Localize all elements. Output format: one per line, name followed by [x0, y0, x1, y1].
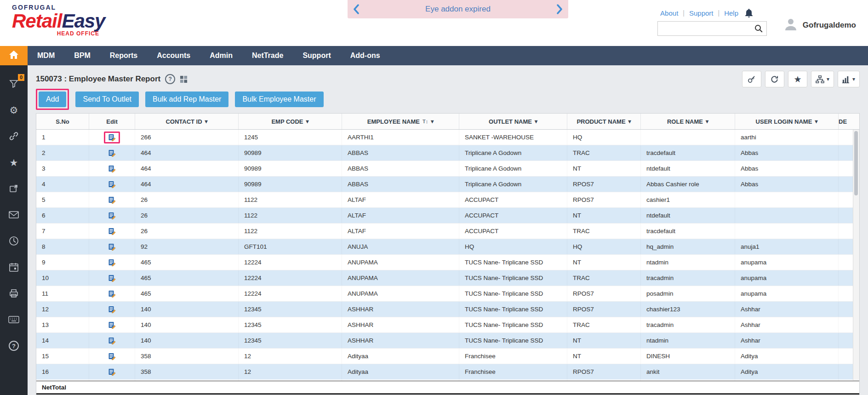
- home-icon: [9, 50, 19, 61]
- gear-icon[interactable]: ⚙: [8, 104, 19, 115]
- edit-cell: [89, 317, 135, 332]
- link-icon[interactable]: [8, 131, 19, 142]
- edit-row-icon[interactable]: [108, 181, 116, 188]
- edit-row-icon[interactable]: [108, 259, 116, 266]
- send-to-outlet-button[interactable]: Send To Outlet: [75, 92, 139, 107]
- bulk-employee-master-button[interactable]: Bulk Employee Master: [235, 92, 323, 107]
- edit-row-icon[interactable]: [108, 290, 116, 298]
- vertical-scrollbar[interactable]: [853, 130, 859, 380]
- cell: anupama: [735, 255, 839, 270]
- nav-item-accounts[interactable]: Accounts: [147, 46, 200, 65]
- cell: ntadmin: [641, 255, 735, 270]
- chart-dropdown-button[interactable]: ▾: [838, 71, 860, 87]
- help-icon[interactable]: ?: [8, 340, 19, 351]
- edit-row-icon[interactable]: [108, 368, 116, 376]
- title-help-icon[interactable]: ?: [165, 74, 175, 84]
- nav-item-support[interactable]: Support: [293, 46, 340, 65]
- nav-item-admin[interactable]: Admin: [200, 46, 242, 65]
- cell: TUCS Nane- Triplicane SSD: [459, 255, 567, 270]
- keyboard-icon[interactable]: [8, 314, 19, 325]
- cell: 140: [135, 302, 239, 317]
- security-key-button[interactable]: [742, 71, 761, 87]
- printer-icon[interactable]: [8, 288, 19, 299]
- banner-prev-icon[interactable]: [353, 4, 360, 14]
- table-row: 446490989ABBASTriplicane A GodownRPOS7Ab…: [36, 177, 859, 192]
- cell: [735, 223, 839, 239]
- chevron-down-icon[interactable]: ▾: [535, 118, 537, 125]
- edit-row-icon[interactable]: [108, 165, 116, 172]
- chevron-down-icon[interactable]: ▾: [306, 118, 309, 125]
- search-input[interactable]: [658, 22, 754, 35]
- edit-row-icon[interactable]: [108, 212, 116, 219]
- chevron-down-icon[interactable]: ▾: [815, 118, 817, 125]
- mail-icon[interactable]: [8, 209, 19, 220]
- edit-row-icon[interactable]: [108, 243, 116, 251]
- column-header-employee-name[interactable]: EMPLOYEE NAMET↕▾: [342, 114, 459, 129]
- chevron-down-icon[interactable]: ▾: [706, 118, 708, 125]
- banner-next-icon[interactable]: [556, 4, 563, 14]
- page-title: 150073 : Employee Master Report: [36, 74, 160, 84]
- search-icon[interactable]: [754, 24, 766, 33]
- cell: Adityaa: [342, 349, 459, 364]
- star-icon[interactable]: ★: [8, 157, 19, 168]
- bulk-add-rep-master-button[interactable]: Bulk add Rep Master: [145, 92, 228, 107]
- user-menu[interactable]: Gofrugaldemo: [783, 17, 856, 34]
- edit-row-icon[interactable]: [108, 149, 116, 157]
- cell: tracdefault: [641, 145, 735, 160]
- chevron-down-icon[interactable]: ▾: [628, 118, 631, 125]
- filter-icon[interactable]: 0: [8, 78, 19, 89]
- cell: hq_admin: [641, 239, 735, 254]
- nav-item-reports[interactable]: Reports: [100, 46, 147, 65]
- column-header-user-login-name[interactable]: USER LOGIN NAME▾: [735, 114, 839, 129]
- header-link-help[interactable]: Help: [724, 9, 738, 17]
- edit-row-icon[interactable]: [108, 306, 116, 313]
- edit-cell: [89, 145, 135, 160]
- edit-row-icon[interactable]: [108, 228, 116, 235]
- favorite-button[interactable]: ★: [788, 71, 807, 87]
- send-icon[interactable]: [8, 183, 19, 194]
- column-header-contact-id[interactable]: CONTACT ID▾: [135, 114, 239, 129]
- header-link-about[interactable]: About: [660, 9, 678, 17]
- home-button[interactable]: [0, 46, 28, 65]
- nav-item-bpm[interactable]: BPM: [64, 46, 100, 65]
- cell: ACCUPACT: [459, 208, 567, 223]
- calendar-icon[interactable]: [8, 262, 19, 273]
- edit-row-icon[interactable]: [108, 337, 116, 344]
- column-header-role-name[interactable]: ROLE NAME▾: [641, 114, 735, 129]
- app-window: GOFRUGAL RetailEasy HEAD OFFICE Eye addo…: [0, 0, 868, 395]
- column-header-edit[interactable]: Edit: [89, 114, 135, 129]
- cell: Aditya: [735, 364, 839, 379]
- cell: ABBAS: [342, 161, 459, 176]
- header-link-support[interactable]: Support: [689, 9, 714, 17]
- grid-view-icon[interactable]: [180, 75, 188, 83]
- refresh-button[interactable]: [765, 71, 784, 87]
- cell: 1: [36, 130, 89, 145]
- table-row: 1314012345ASHHARTUCS Nane- Triplicane SS…: [36, 317, 859, 333]
- column-header-s-no[interactable]: S.No: [36, 114, 89, 129]
- edit-row-icon[interactable]: [108, 275, 116, 282]
- nav-item-add-ons[interactable]: Add-ons: [341, 46, 390, 65]
- scrollbar-thumb[interactable]: [854, 131, 858, 195]
- chevron-down-icon[interactable]: ▾: [205, 118, 208, 125]
- cell: ANUPAMA: [342, 270, 459, 286]
- notification-bell-icon[interactable]: [745, 8, 753, 17]
- cell: 1245: [239, 130, 342, 145]
- cell: 12345: [239, 302, 342, 317]
- column-header-product-name[interactable]: PRODUCT NAME▾: [567, 114, 641, 129]
- clock-icon[interactable]: [8, 235, 19, 246]
- chevron-down-icon[interactable]: ▾: [431, 118, 434, 125]
- cell: 11: [36, 286, 89, 301]
- edit-row-icon-highlighted[interactable]: [104, 132, 120, 143]
- edit-row-icon[interactable]: [108, 353, 116, 360]
- nav-item-nettrade[interactable]: NetTrade: [242, 46, 293, 65]
- edit-row-icon[interactable]: [108, 321, 116, 329]
- nav-item-mdm[interactable]: MDM: [28, 46, 64, 65]
- column-header-emp-code[interactable]: EMP CODE▾: [239, 114, 342, 129]
- column-header-outlet-name[interactable]: OUTLET NAME▾: [459, 114, 567, 129]
- table-row: 12661245AARTHI1SANKET -WAREHOUSEHQaarthi: [36, 130, 859, 145]
- edit-row-icon[interactable]: [108, 196, 116, 204]
- table-row: 1046512224ANUPAMATUCS Nane- Triplicane S…: [36, 270, 859, 286]
- column-header-de[interactable]: DE: [839, 114, 860, 129]
- hierarchy-dropdown-button[interactable]: ▾: [811, 71, 834, 87]
- add-button[interactable]: Add: [39, 92, 66, 107]
